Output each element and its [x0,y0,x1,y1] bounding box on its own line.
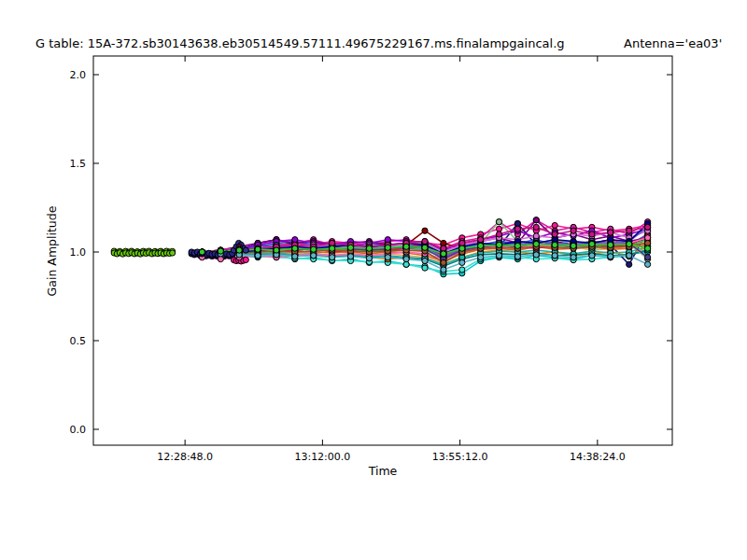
data-point-marker [496,242,501,247]
data-point-marker [645,255,651,260]
data-point-marker [533,252,539,258]
data-point-marker [422,228,428,233]
data-point-marker [552,253,557,259]
x-tick-label: 13:55:12.0 [432,451,488,463]
data-point-marker [627,241,632,246]
data-point-marker [385,245,390,250]
data-point-marker [366,245,372,251]
data-point-marker [255,246,261,252]
data-point-marker [514,226,520,231]
data-point-marker [459,259,465,265]
data-point-marker [552,231,557,237]
data-point-marker [514,254,520,259]
data-point-marker [589,241,595,246]
plot-title: G table: 15A-372.sb30143638.eb30514549.5… [35,36,565,50]
data-point-marker [347,245,353,250]
data-point-marker [645,245,651,251]
data-point-marker [608,254,613,259]
data-point-marker [478,255,484,260]
data-point-marker [478,237,484,243]
data-point-marker [347,254,353,259]
data-point-marker [459,267,465,273]
data-point-marker [459,245,465,251]
data-point-marker [441,259,446,265]
data-point-marker [422,245,428,250]
data-point-marker [533,224,539,230]
data-point-marker [403,257,409,262]
x-tick-label: 13:12:00.0 [294,451,350,463]
data-point-marker [422,239,428,245]
data-point-marker [496,253,501,259]
plot-figure: 12:28:48.013:12:00.013:55:12.014:38:24.0… [0,0,747,560]
data-point-marker [533,241,539,246]
data-point-marker [330,245,335,251]
data-point-marker [514,243,520,248]
data-point-marker [571,228,576,233]
y-tick-label: 2.0 [70,69,87,81]
data-point-marker [645,224,651,230]
data-point-marker [441,251,446,257]
data-point-marker [422,258,428,263]
data-point-marker [496,219,501,225]
data-point-marker [533,217,539,223]
data-point-marker [627,261,632,267]
data-point-marker [274,247,279,253]
data-point-marker [589,253,595,259]
data-point-marker [385,255,390,260]
data-point-marker [403,244,409,249]
data-point-marker [589,231,595,237]
data-point-marker [422,265,428,271]
y-tick-label: 1.0 [70,246,87,259]
data-point-marker [243,247,248,253]
y-tick-label: 0.0 [70,424,87,436]
data-point-marker [645,261,651,267]
data-point-marker [255,253,261,259]
plot-data-area [111,217,651,277]
y-tick-label: 1.5 [70,158,87,170]
data-point-marker [627,253,632,259]
data-point-marker [608,242,613,247]
antenna-label: Antenna='ea03' [624,36,722,50]
data-point-marker [330,255,335,260]
x-tick-label: 14:38:24.0 [570,451,626,463]
data-point-marker [170,250,176,256]
data-point-marker [236,247,242,253]
data-point-marker [627,228,632,233]
x-axis-label: Time [368,464,398,478]
data-point-marker [366,256,372,261]
data-point-marker [478,243,484,248]
data-point-marker [496,231,501,237]
data-point-marker [552,242,557,247]
y-tick-label: 0.5 [70,335,87,347]
gain-amplitude-chart: 12:28:48.013:12:00.013:55:12.014:38:24.0… [0,0,747,560]
series-markers-green-dense-2 [111,250,176,258]
data-point-marker [311,246,317,252]
data-point-marker [292,245,298,251]
data-point-marker [571,255,576,260]
data-point-marker [571,243,576,248]
data-point-marker [243,257,248,262]
data-point-marker [311,253,317,259]
y-axis-label: Gain Amplitude [45,205,59,296]
data-point-marker [441,267,446,273]
data-point-marker [199,249,204,255]
data-point-marker [292,254,298,259]
x-tick-label: 12:28:48.0 [157,451,213,463]
data-point-marker [608,230,613,235]
data-point-marker [218,248,223,254]
